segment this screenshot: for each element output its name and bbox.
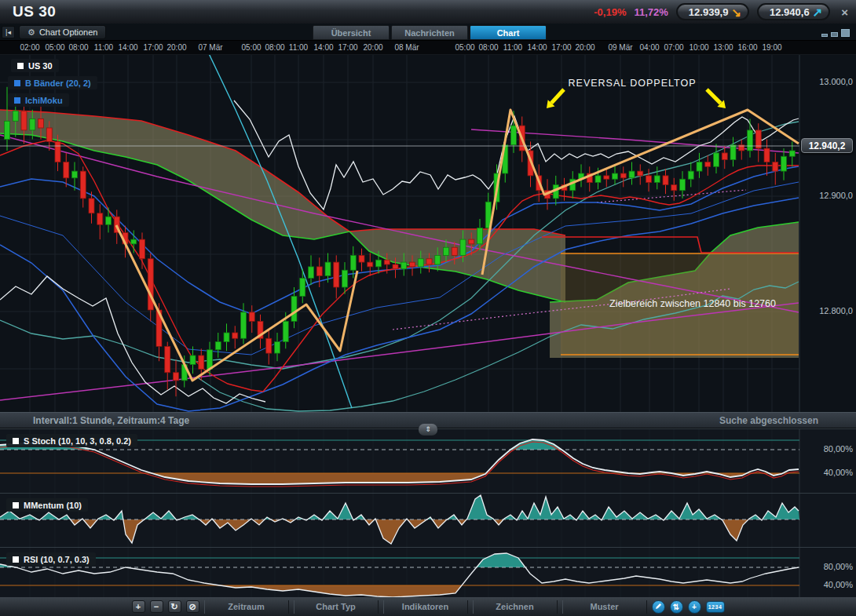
bottom-toolbar: + − ↻ ⊘ Zeitraum Chart Typ Indikatoren Z… bbox=[0, 597, 856, 616]
chart-options-button[interactable]: ⚙ Chart Optionen bbox=[19, 25, 106, 39]
main-chart-svg[interactable]: REVERSAL DOPPELTOPZielbereich zwischen 1… bbox=[0, 55, 856, 412]
maximize-icon[interactable] bbox=[841, 29, 850, 37]
time-axis-label: 20:00 bbox=[356, 43, 390, 52]
series-color-chip bbox=[14, 80, 20, 86]
muster-button[interactable]: Muster bbox=[562, 600, 647, 614]
momentum-panel: MMentum (10) bbox=[0, 493, 856, 547]
momentum-svg[interactable] bbox=[0, 494, 856, 548]
legend-label: IchiMoku bbox=[25, 96, 63, 105]
zeichnen-button[interactable]: Zeichnen bbox=[473, 600, 558, 614]
legend-item-us30[interactable]: US 30 bbox=[11, 59, 59, 72]
search-status: Suche abgeschlossen bbox=[719, 415, 818, 426]
tab-nachrichten[interactable]: Nachrichten bbox=[391, 25, 468, 40]
pencil-icon[interactable] bbox=[652, 600, 665, 614]
numbers-icon[interactable]: 1234 bbox=[706, 601, 725, 613]
clear-icon[interactable]: ⊘ bbox=[186, 600, 199, 613]
interval-status: Intervall:1 Stunde, Zeitraum:4 Tage bbox=[33, 415, 189, 426]
momentum-label[interactable]: MMentum (10) bbox=[6, 498, 88, 512]
buy-price-button[interactable]: 12.940,6 ↗ bbox=[757, 3, 830, 20]
price-axis-label: 13.000,0 bbox=[804, 77, 853, 86]
indikatoren-button[interactable]: Indikatoren bbox=[383, 600, 468, 614]
svg-text:Zielbereich zwischen 12840 bi: Zielbereich zwischen 12840 bis 12760 bbox=[609, 298, 776, 309]
zoom-out-button[interactable]: − bbox=[150, 600, 163, 613]
margin-percent: 11,72% bbox=[634, 6, 668, 18]
indicator-axis-label: 80,00% bbox=[804, 562, 853, 571]
refresh-icon[interactable]: ↻ bbox=[168, 600, 181, 613]
sell-price-button[interactable]: 12.939,9 ↘ bbox=[676, 3, 749, 20]
legend-label: US 30 bbox=[28, 61, 53, 71]
stochastic-panel: S Stoch (10, 10, 3, 0.8, 0.2) 80,00%40,0… bbox=[0, 428, 856, 493]
instrument-title: US 30 bbox=[0, 3, 56, 20]
time-axis-label: 19:00 bbox=[755, 43, 789, 52]
rsi-panel: RSI (10, 0.7, 0.3) 80,00%40,00% bbox=[0, 547, 856, 597]
chart-options-label: Chart Optionen bbox=[39, 27, 98, 37]
rsi-svg[interactable] bbox=[0, 548, 856, 598]
legend-item-ichimoku[interactable]: IchiMoku bbox=[8, 93, 69, 107]
price-axis-label: 12.900,0 bbox=[804, 191, 853, 200]
tab-chart[interactable]: Chart bbox=[470, 25, 547, 40]
time-axis: 02:0005:0008:0011:0014:0017:0020:0007 Mä… bbox=[0, 41, 856, 55]
time-axis-label: 20:00 bbox=[568, 43, 602, 52]
zeitraum-button[interactable]: Zeitraum bbox=[204, 600, 289, 614]
restore-icon[interactable] bbox=[831, 32, 838, 37]
legend-label: B Bänder (20, 2) bbox=[25, 78, 91, 88]
series-color-chip bbox=[13, 502, 19, 508]
indicator-axis-label: 40,00% bbox=[804, 468, 853, 477]
close-icon[interactable]: × bbox=[838, 5, 851, 19]
series-color-chip bbox=[17, 63, 24, 69]
updown-arrows-icon[interactable]: ⇅ bbox=[670, 600, 683, 614]
minimize-icon[interactable] bbox=[821, 34, 828, 37]
tab-group: Übersicht Nachrichten Chart bbox=[313, 25, 547, 40]
rsi-label-text: RSI (10, 0.7, 0.3) bbox=[24, 555, 90, 564]
stochastic-label[interactable]: S Stoch (10, 10, 3, 0.8, 0.2) bbox=[6, 434, 137, 447]
chart-typ-button[interactable]: Chart Typ bbox=[294, 600, 379, 614]
series-color-chip bbox=[14, 97, 20, 104]
indicator-axis-label: 40,00% bbox=[804, 580, 853, 589]
legend-item-bbands[interactable]: B Bänder (20, 2) bbox=[8, 76, 97, 89]
svg-text:REVERSAL DOPPELTOP: REVERSAL DOPPELTOP bbox=[569, 78, 697, 89]
main-chart-area: REVERSAL DOPPELTOPZielbereich zwischen 1… bbox=[0, 55, 856, 412]
series-color-chip bbox=[13, 556, 19, 563]
time-axis-label: 07 Mär bbox=[193, 43, 228, 52]
price-axis-label: 12.800,0 bbox=[804, 306, 853, 315]
current-price-badge: 12.940,2 bbox=[801, 138, 853, 153]
time-axis-label: 08 Mär bbox=[390, 43, 424, 52]
stochastic-label-text: S Stoch (10, 10, 3, 0.8, 0.2) bbox=[24, 436, 131, 446]
momentum-label-text: MMentum (10) bbox=[24, 501, 82, 510]
sell-price: 12.939,9 bbox=[689, 6, 729, 18]
trading-chart-window: US 30 -0,19% 11,72% 12.939,9 ↘ 12.940,6 … bbox=[0, 0, 856, 616]
quote-area: -0,19% 11,72% 12.939,9 ↘ 12.940,6 ↗ × bbox=[594, 0, 851, 24]
rsi-label[interactable]: RSI (10, 0.7, 0.3) bbox=[6, 552, 96, 566]
zoom-in-button[interactable]: + bbox=[132, 600, 145, 613]
sell-arrow-icon: ↘ bbox=[731, 6, 741, 18]
buy-price: 12.940,6 bbox=[770, 6, 810, 18]
title-bar: US 30 -0,19% 11,72% 12.939,9 ↘ 12.940,6 … bbox=[0, 0, 856, 24]
tab-bar: |◂ ⚙ Chart Optionen Übersicht Nachrichte… bbox=[0, 24, 856, 41]
crosshair-icon[interactable]: + bbox=[688, 600, 701, 614]
change-percent: -0,19% bbox=[594, 6, 626, 18]
tab-uebersicht[interactable]: Übersicht bbox=[313, 25, 390, 40]
gear-icon: ⚙ bbox=[27, 27, 35, 38]
collapse-sidebar-button[interactable]: |◂ bbox=[2, 26, 15, 38]
panel-splitter-handle[interactable]: ⇕ bbox=[419, 424, 437, 436]
window-size-icons bbox=[821, 29, 850, 37]
series-color-chip bbox=[13, 438, 19, 444]
indicator-axis-label: 80,00% bbox=[804, 444, 853, 454]
buy-arrow-icon: ↗ bbox=[813, 6, 823, 18]
time-axis-label: 20:00 bbox=[159, 43, 194, 52]
